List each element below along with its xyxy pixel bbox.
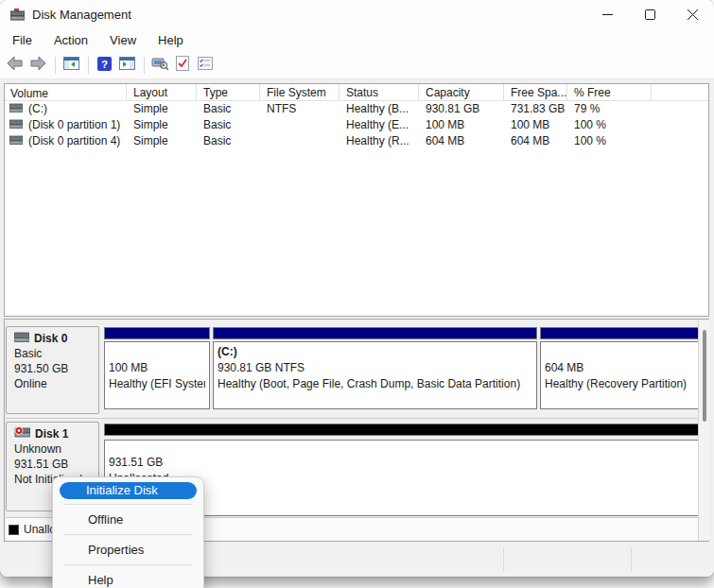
volume-free-space: 731.83 GB: [504, 101, 567, 117]
disk-error-icon: [14, 426, 30, 441]
partition-c-drive[interactable]: (C:) 930.81 GB NTFS Healthy (Boot, Page …: [213, 341, 537, 409]
context-menu-item-offline[interactable]: Offline: [53, 510, 203, 529]
help-button[interactable]: ?: [94, 55, 114, 76]
column-header-free-space[interactable]: Free Spa...: [504, 84, 567, 100]
column-header-filler: [652, 84, 708, 100]
volume-drive-icon: [9, 117, 23, 133]
partition-title: (C:): [218, 344, 532, 360]
volume-name: (Disk 0 partition 4): [28, 133, 120, 149]
show-action-pane-button[interactable]: [116, 55, 137, 76]
title-bar[interactable]: Disk Management: [0, 0, 714, 28]
volume-name: (C:): [28, 101, 47, 117]
action-log-button[interactable]: [172, 55, 193, 76]
context-menu-separator: [63, 564, 193, 565]
partition-status: Healthy (Recovery Partition): [545, 376, 704, 392]
menu-file[interactable]: File: [9, 31, 35, 49]
volume-file-system: [260, 133, 340, 149]
toolbar-separator: [88, 57, 89, 74]
volume-status: Healthy (B...: [340, 101, 419, 117]
menu-view[interactable]: View: [107, 31, 139, 49]
context-menu-separator: [63, 534, 193, 535]
status-bar-divider: [631, 547, 632, 571]
toolbar: ?: [0, 51, 714, 79]
disk1-context-menu: Initialize Disk Offline Properties Help: [52, 476, 204, 588]
partition-size: 100 MB: [109, 360, 205, 376]
disk-size: 931.50 GB: [14, 361, 98, 376]
column-header-capacity[interactable]: Capacity: [419, 84, 504, 100]
volume-capacity: 930.81 GB: [419, 101, 504, 117]
partition-header-bar: [540, 327, 708, 339]
column-header-file-system[interactable]: File System: [260, 84, 340, 100]
volume-layout: Simple: [127, 101, 197, 117]
action-pane-icon: [119, 57, 135, 74]
volume-layout: Simple: [127, 133, 197, 149]
disk-management-app-icon: [10, 8, 25, 25]
close-button[interactable]: [671, 0, 714, 28]
volume-list-header: Volume Layout Type File System Status Ca…: [5, 84, 708, 101]
volume-file-system: [260, 117, 340, 133]
context-menu-item-initialize-disk[interactable]: Initialize Disk: [60, 482, 197, 499]
volume-row[interactable]: (C:) Simple Basic NTFS Healthy (B... 930…: [5, 101, 708, 117]
disk-name: Disk 0: [34, 331, 67, 346]
partition-title: [109, 344, 205, 360]
volume-capacity: 604 MB: [419, 133, 504, 149]
disk-type: Basic: [14, 346, 98, 361]
volume-pct-free: 100 %: [567, 117, 652, 133]
disk0-panel[interactable]: Disk 0 Basic 931.50 GB Online: [6, 326, 99, 414]
column-header-status[interactable]: Status: [340, 84, 419, 100]
task-list-icon: [198, 57, 213, 74]
column-header-pct-free[interactable]: % Free: [567, 84, 652, 100]
svg-text:?: ?: [101, 58, 108, 69]
partition-status: Healthy (Boot, Page File, Crash Dump, Ba…: [218, 376, 532, 392]
help-icon: ?: [97, 57, 112, 75]
column-header-layout[interactable]: Layout: [127, 84, 197, 100]
back-arrow-icon: [8, 57, 23, 74]
disk-row-divider: [6, 418, 698, 419]
volume-type: Basic: [197, 133, 260, 149]
back-button[interactable]: [5, 55, 26, 76]
forward-button[interactable]: [27, 55, 48, 76]
window-controls: [586, 0, 714, 28]
volume-row[interactable]: (Disk 0 partition 4) Simple Basic Health…: [5, 133, 708, 149]
volume-status: Healthy (R...: [340, 133, 419, 149]
minimize-button[interactable]: [586, 0, 629, 28]
context-menu-separator: [63, 504, 193, 505]
computer-scan-icon: [151, 57, 168, 75]
volume-free-space: 100 MB: [504, 117, 567, 133]
menu-help[interactable]: Help: [155, 31, 186, 49]
volume-free-space: 604 MB: [504, 133, 567, 149]
disk-type: Unknown: [14, 441, 98, 457]
volume-status: Healthy (E...: [340, 117, 419, 133]
volume-layout: Simple: [127, 117, 197, 133]
column-header-type[interactable]: Type: [197, 84, 260, 100]
volume-type: Basic: [197, 117, 260, 133]
console-tree-icon: [63, 57, 79, 74]
rescan-disks-button[interactable]: [149, 55, 170, 76]
volume-drive-icon: [9, 133, 23, 149]
show-console-tree-button[interactable]: [61, 55, 81, 76]
partition-header-bar: [104, 327, 210, 339]
partition-status: Healthy (EFI System: [109, 376, 205, 392]
disk-status: Online: [14, 376, 98, 391]
context-menu-item-help[interactable]: Help: [53, 570, 203, 588]
partition-recovery[interactable]: 604 MB Healthy (Recovery Partition): [540, 341, 708, 409]
forward-arrow-icon: [30, 57, 45, 74]
task-list-button[interactable]: [195, 55, 216, 76]
document-check-icon: [176, 56, 189, 75]
status-bar-divider: [503, 547, 504, 571]
partition-efi[interactable]: 100 MB Healthy (EFI System: [104, 341, 210, 409]
menu-action[interactable]: Action: [51, 31, 91, 49]
column-header-volume[interactable]: Volume: [5, 84, 127, 100]
unallocated-swatch-icon: [9, 525, 19, 535]
maximize-button[interactable]: [629, 0, 671, 28]
scrollbar-thumb[interactable]: [703, 330, 706, 422]
graph-pane-scrollbar[interactable]: [698, 320, 709, 541]
toolbar-separator: [55, 57, 56, 74]
volume-row[interactable]: (Disk 0 partition 1) Simple Basic Health…: [5, 117, 708, 133]
window-title: Disk Management: [32, 8, 131, 22]
partition-header-bar: [213, 327, 537, 339]
partition-title: [545, 344, 704, 360]
context-menu-item-properties[interactable]: Properties: [53, 540, 203, 560]
volume-list-pane: Volume Layout Type File System Status Ca…: [4, 83, 709, 317]
volume-file-system: NTFS: [260, 101, 340, 117]
